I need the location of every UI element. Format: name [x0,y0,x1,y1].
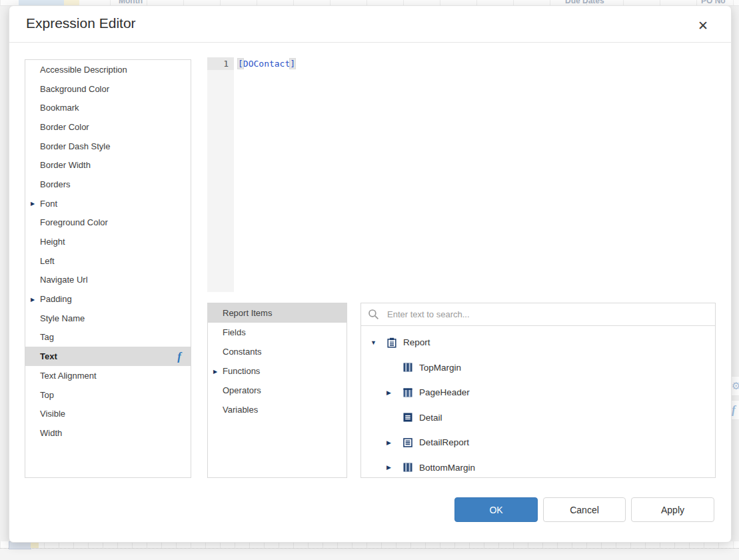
property-row-visible[interactable]: Visible [25,404,191,423]
background-cell [64,0,79,5]
margin-band-icon [402,362,413,373]
ok-button[interactable]: OK [454,497,538,522]
property-row-bookmark[interactable]: Bookmark [25,98,191,117]
property-row-top[interactable]: Top [25,385,191,405]
field-token: DOContact [243,59,290,69]
categories-panel: Report Items Fields Constants ▶Functions… [207,303,347,478]
close-bracket: ] [290,59,295,69]
detail-band-icon [402,412,413,423]
property-row-style-name[interactable]: Style Name [25,309,191,328]
chevron-right-icon[interactable]: ▶ [386,439,402,446]
property-row-font[interactable]: ▶Font [25,194,191,213]
search-icon [368,309,379,320]
expression-f-icon: f [177,349,181,363]
background-column-label: Month [119,0,143,5]
tree-node-bottom-margin[interactable]: ▶ BottomMargin [361,455,715,479]
property-row-height[interactable]: Height [25,232,191,251]
tree-node-label: BottomMargin [419,463,475,473]
property-label: Height [40,237,65,247]
property-row-foreground-color[interactable]: Foreground Color [25,213,191,233]
chevron-right-icon[interactable]: ▶ [31,201,35,207]
property-label: Background Color [40,84,109,94]
background-column-label: PO No [701,0,726,5]
property-label: Navigate Url [40,275,88,285]
category-operators[interactable]: Operators [208,381,347,400]
category-label: Constants [223,347,262,357]
category-constants[interactable]: Constants [208,342,347,361]
category-label: Variables [223,405,258,415]
property-row-border-width[interactable]: Border Width [25,155,191,175]
category-label: Fields [223,327,246,337]
dialog-title: Expression Editor [26,15,136,31]
property-row-navigate-url[interactable]: Navigate Url [25,271,191,290]
category-label: Operators [223,385,261,395]
property-row-background-color[interactable]: Background Color [25,79,191,99]
category-functions[interactable]: ▶Functions [208,361,347,381]
apply-button[interactable]: Apply [631,497,714,522]
cancel-button[interactable]: Cancel [543,497,626,522]
property-label: Text [40,351,57,361]
property-label: Borders [40,179,71,189]
background-grid-bottom [0,541,739,560]
tree-node-report[interactable]: ▼ Report [361,330,715,355]
chevron-right-icon[interactable]: ▶ [31,296,35,302]
margin-band-icon [402,462,413,473]
property-row-accessible-description[interactable]: Accessible Description [25,60,191,79]
property-row-border-dash-style[interactable]: Border Dash Style [25,137,191,156]
expression-text[interactable]: [DOContact] [238,57,295,70]
header-divider [9,42,731,43]
close-icon[interactable]: ✕ [694,16,712,35]
open-bracket: [ [238,59,243,69]
editor-gutter: 1 [207,57,234,292]
expression-code-editor[interactable]: 1 [DOContact] [207,57,716,292]
tree-node-detail-report[interactable]: ▶ DetailReport [361,430,715,455]
background-column-label: Due Dates [565,0,604,5]
expression-editor-dialog: Expression Editor ✕ Accessible Descripti… [9,5,732,543]
tree-node-label: Report [403,337,430,347]
category-report-items[interactable]: Report Items [208,303,347,323]
search-bar [361,303,715,326]
property-label: Bookmark [40,103,79,113]
tree-node-label: TopMargin [419,363,461,373]
property-row-tag[interactable]: Tag [25,328,191,347]
property-label: Border Width [40,160,91,170]
property-label: Top [40,390,54,400]
property-row-text-selected[interactable]: Textf [25,347,191,366]
property-row-text-alignment[interactable]: Text Alignment [25,366,191,385]
property-row-left[interactable]: Left [25,251,191,271]
detail-report-icon [402,437,413,448]
tree-node-label: PageHeader [419,387,470,397]
chevron-down-icon[interactable]: ▼ [370,339,386,346]
tree-node-detail[interactable]: Detail [361,405,715,431]
background-cell [19,0,64,5]
tree-node-top-margin[interactable]: TopMargin [361,355,715,381]
line-number: 1 [207,57,234,70]
property-label: Font [40,199,57,209]
properties-panel: Accessible Description Background Color … [25,59,191,478]
report-structure-tree: ▼ Report TopMargin ▶ PageHeader Detail [361,326,715,478]
category-label: Functions [223,366,260,376]
search-input[interactable] [379,309,708,320]
property-row-padding[interactable]: ▶Padding [25,289,191,309]
property-label: Padding [40,294,72,304]
tree-node-page-header[interactable]: ▶ PageHeader [361,380,715,405]
report-items-panel: ▼ Report TopMargin ▶ PageHeader Detail [361,303,716,478]
property-label: Visible [40,409,65,419]
tree-node-label: DetailReport [419,437,469,447]
chevron-right-icon[interactable]: ▶ [386,389,402,396]
property-label: Foreground Color [40,217,108,227]
category-label: Report Items [223,308,272,318]
property-row-borders[interactable]: Borders [25,175,191,194]
property-row-border-color[interactable]: Border Color [25,117,191,137]
function-glyph: f [732,403,736,417]
category-fields[interactable]: Fields [208,323,347,342]
property-label: Border Dash Style [40,141,111,151]
chevron-right-icon[interactable]: ▶ [213,368,217,374]
property-label: Accessible Description [40,65,127,75]
chevron-right-icon[interactable]: ▶ [386,464,402,471]
property-label: Width [40,428,62,438]
property-row-width[interactable]: Width [25,423,191,443]
property-label: Text Alignment [40,371,97,381]
report-icon [386,337,397,348]
category-variables[interactable]: Variables [208,400,347,419]
